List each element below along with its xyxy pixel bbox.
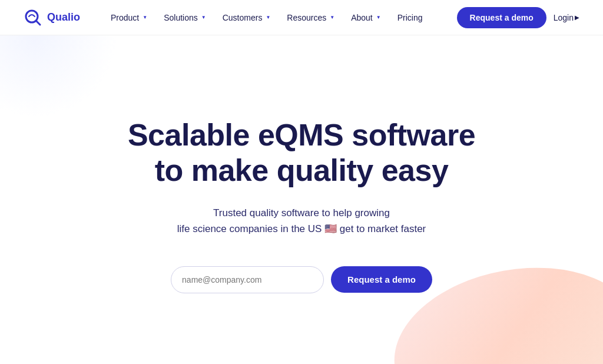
nav-item-pricing[interactable]: Pricing: [390, 8, 430, 27]
nav-item-product[interactable]: Product ▼: [104, 8, 154, 27]
nav-login-button[interactable]: Login ▶: [554, 13, 579, 22]
nav-label-pricing: Pricing: [397, 13, 423, 22]
main-nav: Qualio Product ▼ Solutions ▼ Customers ▼…: [0, 0, 603, 35]
chevron-down-icon: ▼: [266, 15, 270, 20]
hero-section: Scalable eQMS software to make quality e…: [0, 35, 603, 364]
qualio-logo-icon: [24, 8, 42, 27]
chevron-down-icon: ▼: [201, 15, 206, 20]
nav-item-resources[interactable]: Resources ▼: [280, 8, 342, 27]
login-label: Login: [554, 13, 574, 22]
chevron-down-icon: ▼: [143, 15, 147, 20]
nav-links: Product ▼ Solutions ▼ Customers ▼ Resour…: [104, 8, 457, 27]
nav-item-about[interactable]: About ▼: [344, 8, 388, 27]
nav-request-demo-button[interactable]: Request a demo: [457, 7, 546, 28]
nav-label-resources: Resources: [287, 13, 326, 22]
chevron-right-icon: ▶: [575, 14, 579, 21]
nav-label-solutions: Solutions: [164, 13, 198, 22]
hero-request-demo-button[interactable]: Request a demo: [331, 266, 432, 293]
nav-label-about: About: [351, 13, 373, 22]
nav-label-customers: Customers: [223, 13, 263, 22]
email-input[interactable]: [171, 266, 324, 293]
logo-link[interactable]: Qualio: [24, 8, 80, 27]
hero-title: Scalable eQMS software to make quality e…: [128, 118, 475, 188]
logo-text: Qualio: [47, 11, 80, 24]
nav-right: Request a demo Login ▶: [457, 7, 579, 28]
hero-form: Request a demo: [171, 266, 432, 293]
nav-item-customers[interactable]: Customers ▼: [216, 8, 278, 27]
chevron-down-icon: ▼: [376, 15, 381, 20]
nav-item-solutions[interactable]: Solutions ▼: [157, 8, 213, 27]
nav-label-product: Product: [111, 13, 139, 22]
hero-subtitle: Trusted quality software to help growing…: [177, 205, 426, 237]
chevron-down-icon: ▼: [330, 15, 334, 20]
